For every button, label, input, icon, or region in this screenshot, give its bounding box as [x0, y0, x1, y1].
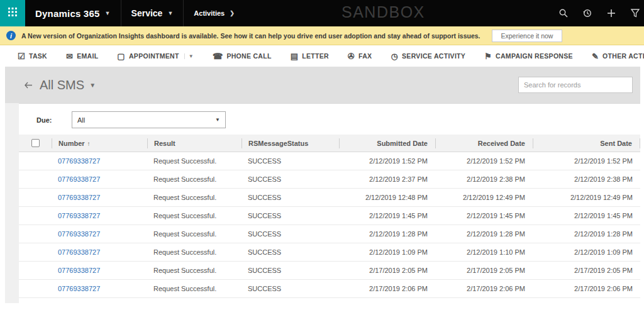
toolbar-item-phone-call[interactable]: ☎ PHONE CALL	[213, 52, 272, 60]
record-link[interactable]: 07769338727	[58, 175, 100, 183]
record-link[interactable]: 07769338727	[58, 157, 100, 165]
record-link[interactable]: 07769338727	[58, 194, 100, 201]
cell-sent-date: 2/12/2019 2:38 PM	[533, 175, 640, 183]
cell-value: 2/12/2019 12:49 PM	[570, 194, 633, 201]
cell-value: 2/17/2019 2:06 PM	[467, 285, 525, 292]
column-header-number[interactable]: Number↑	[52, 138, 147, 148]
cell-value: 2/12/2019 2:38 PM	[574, 175, 633, 183]
select-all-checkbox[interactable]	[31, 139, 40, 147]
view-selector-caret-icon[interactable]: ▼	[89, 82, 96, 89]
record-link[interactable]: 07769338727	[58, 267, 100, 274]
appointment-icon: ▢	[117, 52, 125, 60]
toolbar-item-letter[interactable]: ▤ LETTER	[291, 52, 329, 60]
record-link[interactable]: 07769338727	[58, 212, 100, 219]
record-link[interactable]: 07769338727	[58, 230, 100, 238]
chevron-down-icon: ▼	[184, 53, 194, 59]
experience-it-now-button[interactable]: Experience it now	[492, 30, 563, 42]
cell-number: 07769338727	[52, 248, 147, 256]
cell-value: 2/17/2019 2:06 PM	[369, 285, 428, 292]
cell-value: Request Successful.	[153, 267, 216, 274]
column-header-label: Sent Date	[600, 140, 632, 147]
column-header-submitted-date[interactable]: Submitted Date	[339, 138, 435, 148]
column-header-rsmessagestatus[interactable]: RSMessageStatus	[242, 138, 339, 148]
cell-value: Request Successful.	[153, 285, 216, 292]
cell-result: Request Successful.	[147, 194, 242, 201]
cell-sent-date: 2/12/2019 1:28 PM	[533, 230, 640, 238]
left-rail	[5, 103, 19, 303]
cell-value: SUCCESS	[248, 157, 281, 165]
cell-value: 2/12/2019 1:09 PM	[574, 248, 633, 256]
app-launcher-button[interactable]	[0, 0, 25, 26]
cell-value: SUCCESS	[248, 267, 281, 274]
create-new-plus-icon[interactable]	[606, 8, 616, 18]
email-icon: ✉	[66, 52, 73, 60]
chevron-right-icon: ❯	[230, 10, 235, 16]
due-filter-value: All	[77, 116, 85, 124]
cell-number: 07769338727	[52, 212, 147, 219]
table-row[interactable]: 07769338727Request Successful.SUCCESS2/1…	[19, 280, 640, 298]
topbar-actions	[558, 0, 644, 26]
product-menu[interactable]: Dynamics 365 ▼	[25, 0, 121, 26]
select-all-cell	[19, 139, 52, 147]
table-row[interactable]: 07769338727Request Successful.SUCCESS2/1…	[19, 170, 640, 189]
breadcrumb[interactable]: Activities ❯	[184, 0, 244, 26]
search-icon[interactable]	[558, 8, 569, 18]
cell-received-date: 2/12/2019 12:49 PM	[435, 194, 533, 201]
table-row[interactable]: 07769338727Request Successful.SUCCESS2/1…	[19, 243, 640, 262]
task-icon: ☑	[18, 52, 25, 60]
recent-history-icon[interactable]	[582, 8, 592, 18]
cell-received-date: 2/12/2019 1:10 PM	[435, 248, 533, 256]
cell-value: 2/17/2019 2:05 PM	[467, 267, 525, 274]
toolbar-item-label: EMAIL	[77, 52, 98, 60]
toolbar-item-label: OTHER ACTIVITIES	[602, 52, 644, 60]
cell-value: 2/12/2019 12:48 PM	[365, 194, 428, 201]
toolbar-item-label: FAX	[358, 52, 372, 60]
table-row[interactable]: 07769338727Request Successful.SUCCESS2/1…	[19, 225, 640, 243]
cell-result: Request Successful.	[147, 248, 242, 256]
cell-rsmessagestatus: SUCCESS	[242, 212, 339, 219]
cell-rsmessagestatus: SUCCESS	[242, 248, 339, 256]
cell-value: Request Successful.	[153, 230, 216, 238]
cell-sent-date: 2/12/2019 1:09 PM	[533, 248, 640, 256]
module-label: Service	[131, 8, 163, 18]
toolbar-item-campaign-response[interactable]: ⚑ CAMPAIGN RESPONSE	[484, 52, 573, 60]
table-row[interactable]: 07769338727Request Successful.SUCCESS2/1…	[19, 152, 640, 170]
toolbar-item-other-activities[interactable]: ✎ OTHER ACTIVITIES ▼	[592, 52, 644, 60]
cell-value: SUCCESS	[248, 194, 281, 201]
table-row[interactable]: 07769338727Request Successful.SUCCESS2/1…	[19, 262, 640, 280]
cell-value: 2/12/2019 1:52 PM	[369, 157, 428, 165]
table-row[interactable]: 07769338727Request Successful.SUCCESS2/1…	[19, 207, 640, 225]
info-icon: i	[6, 31, 16, 40]
record-link[interactable]: 07769338727	[58, 285, 100, 292]
search-records-input[interactable]	[518, 77, 633, 93]
cell-value: SUCCESS	[248, 285, 281, 292]
cell-sent-date: 2/17/2019 2:05 PM	[533, 267, 640, 274]
toolbar-item-appointment[interactable]: ▢ APPOINTMENT ▼	[117, 52, 194, 60]
toolbar-item-email[interactable]: ✉ EMAIL	[66, 52, 98, 60]
cell-value: 2/17/2019 2:06 PM	[574, 285, 633, 292]
cell-value: Request Successful.	[153, 194, 216, 201]
toolbar-item-service-activity[interactable]: ◷ SERVICE ACTIVITY	[391, 52, 465, 60]
column-header-result[interactable]: Result	[147, 138, 242, 148]
cell-rsmessagestatus: SUCCESS	[242, 194, 339, 201]
cell-result: Request Successful.	[147, 230, 242, 238]
cell-submitted-date: 2/12/2019 1:09 PM	[339, 248, 435, 256]
filter-icon[interactable]	[630, 8, 640, 18]
cell-value: 2/12/2019 1:45 PM	[574, 212, 633, 219]
records-grid: Number↑ResultRSMessageStatusSubmitted Da…	[19, 135, 640, 303]
toolbar-item-fax[interactable]: ✇ FAX	[348, 52, 372, 60]
back-arrow-icon[interactable]	[24, 82, 33, 89]
cell-received-date: 2/17/2019 2:05 PM	[435, 267, 533, 274]
table-row[interactable]: 07769338727Request Successful.SUCCESS2/1…	[19, 189, 640, 207]
column-header-sent-date[interactable]: Sent Date	[533, 138, 640, 148]
letter-icon: ▤	[291, 52, 299, 60]
view-title[interactable]: All SMS	[40, 78, 84, 92]
cell-value: 2/12/2019 12:49 PM	[463, 194, 525, 201]
toolbar-item-task[interactable]: ☑ TASK	[18, 52, 47, 60]
cell-value: Request Successful.	[153, 248, 216, 256]
cell-number: 07769338727	[52, 157, 147, 165]
column-header-received-date[interactable]: Received Date	[435, 138, 533, 148]
module-menu[interactable]: Service ▼	[121, 0, 184, 26]
due-filter-select[interactable]: All ▼	[72, 111, 226, 128]
record-link[interactable]: 07769338727	[58, 248, 100, 256]
